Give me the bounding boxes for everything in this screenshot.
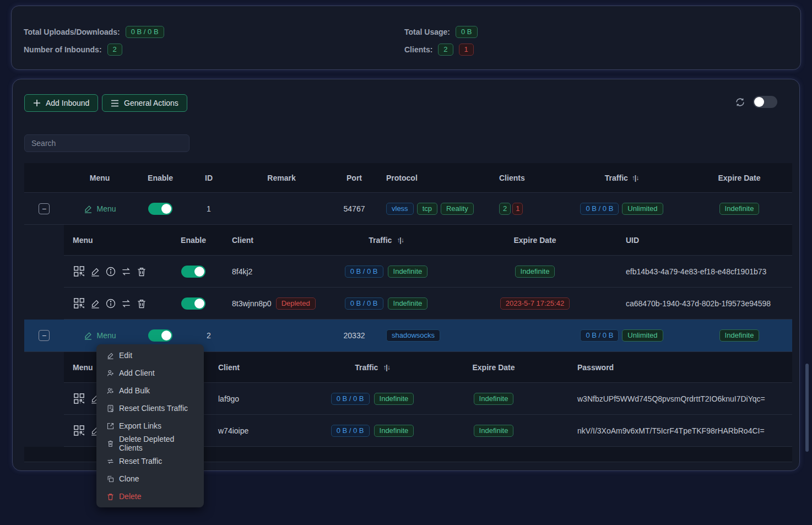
hamburger-menu-icon [111,100,119,107]
col-port: Port [331,174,378,182]
add-inbound-label: Add Inbound [46,99,89,107]
protocol-badge: vless [386,203,414,215]
inbound-id: 2 [185,331,232,340]
col-expire-date: Expire Date [419,363,568,372]
inbound-row-1: − Menu 1 54767 vless tcp Reality 2 1 0 B [24,193,792,225]
expire-badge: Indefinite [474,425,514,437]
vless-clients-subtable: Menu Enable Client Traffic↑|↓ Expire Dat… [64,225,792,320]
stat-total-uploads-downloads: Total Uploads/Downloads: 0 B / 0 B [24,23,164,41]
traffic-badge: 0 B / 0 B [580,329,619,342]
client-traffic: 0 B / 0 B Indefinite [320,297,452,310]
qrcode-icon[interactable] [73,392,85,405]
col-menu: Menu [64,174,136,182]
user-add-icon [106,369,115,377]
reset-traffic-arrows-icon[interactable] [121,298,132,309]
retweet-icon [106,457,115,466]
general-actions-button[interactable]: General Actions [102,94,187,112]
menu-item-reset-clients-traffic[interactable]: Reset Clients Traffic [96,399,204,417]
file-sync-icon [106,404,115,413]
export-icon [106,422,115,430]
col-protocol: Protocol [378,174,477,182]
col-clients: Clients [477,174,557,182]
menu-item-clone[interactable]: Clone [96,470,204,488]
inbound-enable-toggle[interactable] [148,203,172,215]
trash-icon[interactable] [136,298,147,309]
reset-traffic-arrows-icon[interactable] [121,266,132,277]
menu-item-edit[interactable]: Edit [96,347,204,364]
client-expire: Indefinite [419,393,568,405]
stats-panel: Total Uploads/Downloads: 0 B / 0 B Numbe… [11,6,801,70]
stat-label: Clients: [404,45,432,54]
edit-pencil-icon[interactable] [90,266,101,277]
inbound-expire: Indefinite [686,203,792,215]
qrcode-icon[interactable] [73,265,85,278]
inbound-menu-link[interactable]: Menu [83,331,116,340]
trash-icon[interactable] [136,266,147,277]
clients-active-badge: 2 [499,203,511,215]
inbound-clients-counts: 2 1 [477,203,557,215]
client-traffic: 0 B / 0 B Indefinite [326,393,419,405]
traffic-badge: 0 B / 0 B [331,425,370,437]
inbound-traffic: 0 B / 0 B Unlimited [557,203,686,215]
inbound-protocol-tags: vless tcp Reality [378,203,477,215]
client-row: 8f4kj2 0 B / 0 B Indefinite Indefinite e… [64,256,792,288]
add-inbound-button[interactable]: Add Inbound [24,94,98,112]
menu-item-add-client[interactable]: Add Client [96,364,204,382]
stat-clients: Clients: 2 1 [404,41,478,58]
client-name: laf9go [213,394,326,403]
total-uploads-downloads-badge: 0 B / 0 B [126,26,164,38]
sort-icon: ↑|↓ [383,364,389,371]
expire-badge: 2023-5-7 17:25:42 [500,297,570,310]
menu-item-export-links[interactable]: Export Links [96,417,204,435]
edit-pencil-icon[interactable] [90,298,101,309]
edit-pencil-icon [106,351,115,360]
search-input[interactable] [24,134,190,152]
client-expire: Indefinite [452,266,618,278]
inbound-enable-toggle[interactable] [148,329,172,342]
menu-item-add-bulk[interactable]: Add Bulk [96,382,204,399]
col-traffic[interactable]: Traffic↑|↓ [557,174,686,182]
menu-item-delete-depleted-clients[interactable]: Delete Depleted Clients [96,435,204,452]
inbound-expire: Indefinite [686,329,792,342]
col-password: Password [568,363,792,372]
refresh-icon[interactable] [735,97,745,107]
clients-active-badge: 2 [438,44,453,56]
col-menu: Menu [64,236,169,245]
inbound-menu-link[interactable]: Menu [83,204,116,214]
inbound-port: 54767 [331,204,378,213]
info-circle-icon[interactable] [105,266,116,277]
security-badge: Reality [441,203,474,215]
col-traffic[interactable]: Traffic↑|↓ [320,236,452,245]
plus-icon [33,99,41,107]
edit-pencil-icon [83,331,93,340]
qrcode-icon[interactable] [73,297,85,310]
dark-mode-toggle[interactable] [753,96,777,108]
depleted-badge: Depleted [276,297,316,310]
delete-depleted-icon [106,440,115,448]
traffic-badge: 0 B / 0 B [331,393,370,405]
inbound-port: 20332 [331,331,378,340]
general-actions-label: General Actions [124,99,178,107]
stat-number-of-inbounds: Number of Inbounds: 2 [24,41,164,58]
client-enable-toggle[interactable] [181,297,205,310]
col-traffic[interactable]: Traffic↑|↓ [326,363,419,372]
client-name: 8f4kj2 [218,267,320,276]
collapse-row-button[interactable]: − [39,330,50,341]
scrollbar-thumb[interactable] [805,364,809,452]
total-usage-badge: 0 B [456,26,478,38]
transport-badge: tcp [417,203,437,215]
client-enable-toggle[interactable] [181,266,205,278]
traffic-badge: 0 B / 0 B [345,266,383,278]
inbound-protocol-tags: shadowsocks [378,329,477,342]
number-of-inbounds-badge: 2 [107,44,122,56]
info-circle-icon[interactable] [105,298,116,309]
expire-badge: Indefinite [515,266,555,278]
copy-icon [106,475,115,483]
menu-item-delete[interactable]: Delete [96,488,204,505]
collapse-row-button[interactable]: − [39,203,50,214]
clients-depleted-badge: 1 [512,203,523,215]
menu-item-reset-traffic[interactable]: Reset Traffic [96,452,204,470]
traffic-badge: 0 B / 0 B [345,297,383,310]
col-uid: UID [618,236,792,245]
qrcode-icon[interactable] [73,424,85,437]
